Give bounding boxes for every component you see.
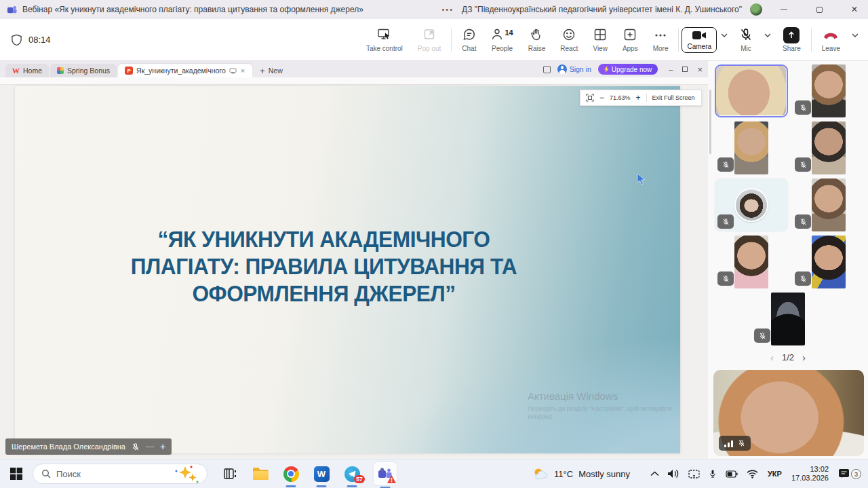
react-button[interactable]: React (553, 22, 585, 58)
window-title-bar: Вебінар «Як уникнути академічного плагіа… (0, 0, 868, 19)
wps-minimize-button[interactable]: – (669, 65, 673, 73)
participant-video (812, 179, 846, 231)
presenter-name-pill[interactable]: Шеремета Влада Олександрівна — + (5, 438, 172, 455)
apps-button[interactable]: Apps (615, 22, 646, 58)
microphone-icon[interactable] (709, 468, 717, 479)
participant-video-tile[interactable] (715, 121, 788, 174)
wps-tab-presentation[interactable]: P Як_уникнути_академічного × (118, 64, 252, 77)
wps-tab-presentation-label: Як_уникнути_академічного (136, 67, 226, 75)
participant-video-tile[interactable] (792, 64, 865, 117)
language-indicator[interactable]: УКР (768, 470, 782, 478)
battery-icon[interactable] (726, 470, 738, 478)
overflow-menu-icon[interactable]: ••• (442, 5, 454, 14)
hidden-icons-chevron[interactable] (650, 471, 659, 476)
new-tab-button[interactable]: + New (260, 64, 283, 77)
search-icon (41, 469, 51, 478)
wifi-icon[interactable] (747, 470, 758, 478)
minimize-button[interactable] (770, 0, 797, 19)
zoom-out-button[interactable]: − (599, 93, 604, 102)
weather-sun-cloud-icon (532, 467, 549, 481)
word-icon: W (314, 466, 330, 482)
people-button[interactable]: 14 People (484, 22, 520, 58)
folder-icon (253, 468, 269, 480)
people-icon (491, 28, 503, 41)
sign-in-label: Sign in (570, 65, 591, 73)
participant-video-tile[interactable] (792, 121, 865, 174)
weather-widget[interactable]: 11°C Mostly sunny (532, 467, 630, 481)
leave-button[interactable]: Leave (814, 22, 848, 58)
task-view-button[interactable] (221, 464, 239, 484)
participant-video (734, 236, 768, 288)
expand-pill-button[interactable]: + (160, 441, 165, 452)
take-control-button[interactable]: Take control (359, 22, 410, 58)
telegram-button[interactable]: 57 (343, 464, 361, 484)
mic-button[interactable]: Mic (732, 22, 760, 58)
featured-participant-video[interactable] (713, 370, 864, 456)
mic-muted-badge (754, 329, 770, 343)
next-page-arrow[interactable]: › (802, 352, 806, 363)
file-explorer-button[interactable] (252, 464, 269, 484)
windows-activation-watermark: Активація Windows Перейдіть до розділу "… (528, 390, 687, 421)
meeting-toolbar: 08:14 Take control Pop out Chat 14 Peopl… (0, 19, 868, 61)
mic-muted-icon (132, 443, 140, 451)
participant-video-tile[interactable] (792, 236, 865, 288)
pop-out-button[interactable]: Pop out (410, 22, 448, 58)
collapse-pill-button[interactable]: — (146, 442, 154, 451)
wps-tab-home[interactable]: W Home (5, 64, 49, 77)
tab-close-icon[interactable]: × (240, 67, 245, 75)
fit-to-screen-icon[interactable] (586, 94, 594, 102)
clock-time: 13:02 (791, 465, 829, 474)
sign-in-button[interactable]: Sign in (557, 64, 591, 74)
teams-taskbar-button[interactable] (374, 462, 397, 485)
chat-label: Chat (462, 45, 476, 52)
exit-full-screen-button[interactable]: Exit Full Screen (652, 94, 695, 101)
raise-hand-button[interactable]: Raise (521, 22, 553, 58)
cast-screen-icon[interactable] (688, 470, 700, 478)
participant-video-tile[interactable] (715, 236, 788, 288)
leave-label: Leave (822, 45, 840, 52)
start-button[interactable] (9, 467, 23, 481)
chat-button[interactable]: Chat (454, 22, 484, 58)
word-button[interactable]: W (313, 464, 330, 484)
search-input[interactable]: Поиск (33, 464, 208, 484)
volume-icon[interactable] (668, 469, 679, 478)
participant-camera-off-tile[interactable] (715, 179, 788, 231)
windows-taskbar: Поиск W 57 (0, 459, 868, 488)
telegram-unread-badge: 57 (354, 475, 365, 483)
camera-options-chevron[interactable] (717, 33, 732, 47)
participant-video-tile[interactable] (792, 179, 865, 231)
maximize-button[interactable] (806, 0, 833, 19)
wps-maximize-button[interactable] (682, 67, 688, 72)
share-button[interactable]: Share (775, 22, 808, 58)
avatar[interactable] (750, 3, 762, 16)
camera-button[interactable]: Camera (682, 27, 717, 53)
upgrade-now-button[interactable]: Upgrade now (598, 64, 658, 75)
watermark-line2: Windows. (528, 413, 687, 421)
weather-desc: Mostly sunny (578, 469, 630, 479)
view-button[interactable]: View (585, 22, 615, 58)
system-tray (650, 468, 758, 479)
layout-icon[interactable] (543, 66, 551, 73)
search-placeholder: Поиск (56, 469, 81, 479)
mic-options-chevron[interactable] (760, 33, 775, 47)
wps-tab-spring-bonus[interactable]: Spring Bonus (50, 64, 117, 77)
wps-tab-bar: W Home Spring Bonus P Як_уникнути_академ… (0, 61, 708, 77)
clock-widget[interactable]: 13:02 17.03.2026 (791, 465, 829, 483)
clock-date: 17.03.2026 (791, 474, 829, 483)
meeting-timer: 08:14 (28, 35, 51, 45)
close-button[interactable]: × (841, 0, 868, 19)
participant-video-tile-active-speaker[interactable] (715, 64, 788, 117)
participant-video-tile[interactable] (751, 293, 825, 345)
leave-options-chevron[interactable] (848, 33, 868, 47)
slide-title-line3: ОФОРМЛЕННЯ ДЖЕРЕЛ” (27, 280, 620, 307)
chrome-button[interactable] (282, 464, 300, 484)
notification-center-button[interactable]: 3 (838, 468, 861, 479)
prev-page-arrow[interactable]: ‹ (770, 352, 774, 363)
participant-avatar (734, 188, 768, 222)
zoom-in-button[interactable]: + (636, 93, 641, 102)
more-button[interactable]: More (646, 22, 676, 58)
presenter-cursor-icon (637, 174, 647, 185)
search-highlights-icon[interactable] (170, 464, 201, 485)
wps-close-button[interactable]: × (697, 64, 703, 75)
panel-scrollbar[interactable] (709, 90, 711, 154)
